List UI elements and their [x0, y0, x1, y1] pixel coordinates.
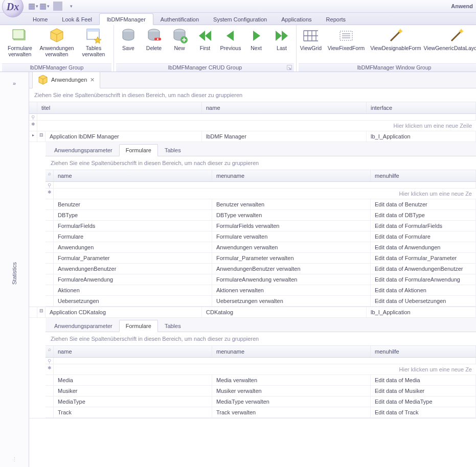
ribbon-group-crud: Save Delete New First Previous Next — [114, 25, 297, 72]
ribbon: Formulare verwalten Anwendungen verwalte… — [0, 25, 476, 72]
tables-verwalten-label: Tables verwalten — [77, 45, 110, 57]
ribbon-tab-lbdmfmanager[interactable]: lbDMFManager — [99, 13, 153, 25]
collapse-icon[interactable] — [37, 307, 46, 317]
svg-rect-1 — [13, 30, 24, 39]
qat-customize-dropdown[interactable] — [66, 2, 76, 11]
ribbon-tab-lookfeel[interactable]: Look & Feel — [55, 14, 99, 25]
sub-filter-row[interactable] — [46, 358, 476, 364]
tab-anwendungsparameter[interactable]: Anwendungsparameter — [48, 320, 119, 332]
data-row[interactable]: Application CDKatalog CDKatalog lb_I_App… — [29, 307, 476, 318]
last-button[interactable]: Last — [269, 26, 294, 53]
wand2-icon — [448, 28, 465, 44]
viewgenericdatalayout-button[interactable]: ViewGenericDataLayoutFor — [423, 26, 476, 53]
tab-tables[interactable]: Tables — [158, 144, 188, 156]
tab-anwendungsparameter[interactable]: Anwendungsparameter — [48, 144, 119, 156]
doc-tab-anwendungen[interactable]: Anwendungen ✕ — [32, 72, 100, 88]
sub-column-headers: name menuname menuhilfe — [46, 170, 476, 182]
qat-grid-button-1[interactable] — [29, 2, 38, 11]
viewgrid-button[interactable]: ViewGrid — [299, 26, 323, 53]
filter-indicator-icon — [29, 114, 37, 120]
tab-formulare[interactable]: Formulare — [119, 144, 158, 156]
nav-last-icon — [274, 28, 290, 44]
search-column-icon[interactable] — [46, 170, 54, 181]
search-column-icon[interactable] — [46, 346, 54, 357]
detail-tabstrip: Anwendungsparameter Formulare Tables — [46, 318, 476, 332]
ribbon-tab-home[interactable]: Home — [26, 14, 55, 25]
ribbon-tab-reports[interactable]: Reports — [319, 14, 353, 25]
window-title: Anwend — [451, 3, 473, 9]
sub-group-panel[interactable]: Ziehen Sie eine Spaltenüberschrift in di… — [46, 332, 476, 346]
subcol-menuhilfe[interactable]: menuhilfe — [371, 170, 476, 181]
save-button[interactable]: Save — [116, 26, 141, 53]
col-interface[interactable]: interface — [367, 102, 476, 113]
group-panel[interactable]: Ziehen Sie eine Spaltenüberschrift in di… — [29, 88, 476, 102]
sub-data-row[interactable]: Formular_ParameterFormular_Parameter ver… — [46, 253, 476, 264]
detail-area-0: Anwendungsparameter Formulare Tables Zie… — [29, 142, 476, 307]
row-indicator — [46, 221, 54, 231]
ribbon-tab-systemconfig[interactable]: System Configuration — [206, 14, 274, 25]
ribbon-tab-authentification[interactable]: Authentification — [153, 14, 206, 25]
delete-button[interactable]: Delete — [142, 26, 166, 53]
ribbon-tab-applications[interactable]: Applications — [274, 14, 319, 25]
col-titel[interactable]: titel — [37, 102, 202, 113]
group2-dialog-launcher[interactable] — [287, 65, 292, 70]
form-icon — [12, 28, 28, 44]
sub-data-row[interactable]: BenutzerBenutzer verwaltenEdit data of B… — [46, 199, 476, 210]
data-row[interactable]: Application lbDMF Manager lbDMF Manager … — [29, 131, 476, 142]
ribbon-group-manager: Formulare verwalten Anwendungen verwalte… — [0, 25, 114, 72]
expand-panel-icon[interactable] — [13, 80, 16, 86]
tab-formulare[interactable]: Formulare — [119, 320, 158, 332]
svg-line-25 — [451, 32, 461, 41]
tab-tables[interactable]: Tables — [158, 320, 188, 332]
panel-handle-icon[interactable]: ⋮ — [12, 456, 17, 463]
close-tab-icon[interactable]: ✕ — [90, 77, 95, 83]
new-item-row[interactable]: Hier klicken um eine neue Zeile — [29, 121, 476, 131]
database-delete-icon — [146, 28, 162, 44]
filter-row[interactable] — [29, 114, 476, 121]
doc-tab-label: Anwendungen — [51, 77, 87, 83]
sub-data-row[interactable]: FormulareFormulare verwaltenEdit data of… — [46, 231, 476, 242]
sub-filter-row[interactable] — [46, 182, 476, 189]
tables-verwalten-button[interactable]: Tables verwalten — [76, 26, 111, 59]
database-save-icon — [120, 28, 137, 44]
qat-grid-button-2[interactable] — [40, 2, 49, 11]
row-indicator — [46, 296, 54, 306]
sub-data-row[interactable]: FormulareAnwendungFormulareAnwendung ver… — [46, 274, 476, 285]
group1-caption: lbDMFManager Group — [2, 63, 111, 72]
sub-group-panel[interactable]: Ziehen Sie eine Spaltenüberschrift in di… — [46, 156, 476, 170]
first-button[interactable]: First — [193, 26, 217, 53]
left-collapsed-panel[interactable]: Statistics ⋮ — [0, 72, 29, 467]
sub-data-row[interactable]: TrackTrack verwaltenEdit data of Track — [46, 407, 476, 418]
formulare-verwalten-label: Formulare verwalten — [4, 45, 36, 57]
sub-data-row[interactable]: FormularFieldsFormularFields verwaltenEd… — [46, 221, 476, 231]
nav-prev-icon — [222, 28, 239, 44]
sub-data-row[interactable]: DBTypeDBType verwaltenEdit data of DBTyp… — [46, 210, 476, 221]
filter-titel[interactable] — [37, 114, 476, 120]
next-button[interactable]: Next — [244, 26, 268, 53]
sub-data-row[interactable]: AnwendungenBenutzerAnwendungenBenutzer v… — [46, 264, 476, 274]
sub-data-row[interactable]: AnwendungenAnwendungen verwaltenEdit dat… — [46, 242, 476, 253]
new-button[interactable]: New — [167, 26, 192, 53]
viewdesignableform-button[interactable]: ViewDesignableForm — [369, 26, 422, 53]
sub-new-item-row[interactable]: Hier klicken um eine neue Ze — [46, 189, 476, 199]
sub-data-row[interactable]: UebersetzungenUebersetzungen verwaltenEd… — [46, 296, 476, 307]
formulare-verwalten-button[interactable]: Formulare verwalten — [2, 26, 38, 59]
filter-indicator-icon — [46, 358, 54, 364]
anwendungen-verwalten-button[interactable]: Anwendungen verwalten — [39, 26, 75, 59]
col-name[interactable]: name — [202, 102, 367, 113]
new-row-icon — [46, 364, 54, 375]
previous-button[interactable]: Previous — [218, 26, 243, 53]
row-indicator — [46, 386, 54, 396]
sub-data-row[interactable]: MediaMedia verwaltenEdit data of Media — [46, 375, 476, 386]
viewfixedform-button[interactable]: ViewFixedForm — [324, 26, 368, 53]
statistics-panel-label[interactable]: Statistics — [11, 262, 17, 285]
sub-new-item-row[interactable]: Hier klicken um eine neue Ze — [46, 364, 476, 375]
row-indicator — [46, 274, 54, 285]
detail-tabstrip: Anwendungsparameter Formulare Tables — [46, 142, 476, 156]
sub-data-row[interactable]: MediaTypeMediaType verwaltenEdit data of… — [46, 396, 476, 407]
sub-data-row[interactable]: MusikerMusiker verwaltenEdit data of Mus… — [46, 386, 476, 396]
sub-data-row[interactable]: AktionenAktionen verwaltenEdit data of A… — [46, 285, 476, 296]
subcol-name[interactable]: name — [54, 170, 212, 181]
collapse-icon[interactable] — [37, 131, 46, 142]
subcol-menuname[interactable]: menuname — [212, 170, 371, 181]
